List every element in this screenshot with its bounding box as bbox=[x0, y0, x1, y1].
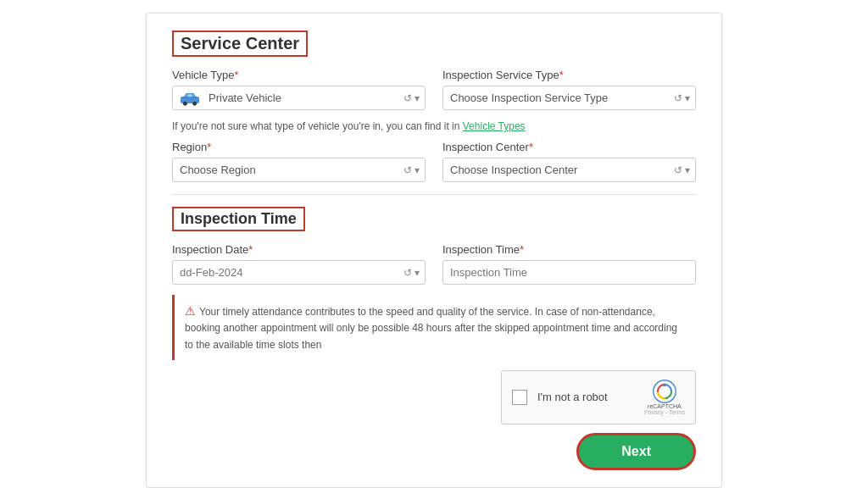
next-button[interactable]: Next bbox=[576, 433, 696, 470]
inspection-date-required-marker: * bbox=[248, 243, 253, 256]
vehicle-type-label: Vehicle Type* bbox=[172, 69, 426, 81]
region-select[interactable]: Choose Region bbox=[173, 158, 425, 181]
warning-text: Your timely attendance contributes to th… bbox=[185, 306, 677, 351]
date-time-row: Inspection Date* ↺ ▾ Inspection Time* bbox=[172, 243, 696, 285]
inspection-date-input-wrapper[interactable]: ↺ ▾ bbox=[172, 260, 426, 285]
inspection-time-section: Inspection Time Inspection Date* ↺ ▾ bbox=[172, 207, 696, 360]
captcha-row: I'm not a robot reCAPTCHA Privacy - Term… bbox=[172, 370, 696, 424]
inspection-time-required-marker: * bbox=[520, 243, 524, 256]
next-row: Next bbox=[172, 433, 696, 470]
warning-box: ⚠Your timely attendance contributes to t… bbox=[172, 295, 696, 360]
region-label: Region* bbox=[172, 141, 426, 153]
region-select-wrapper[interactable]: Choose Region ↺ ▾ bbox=[172, 158, 426, 182]
inspection-center-group: Inspection Center* Choose Inspection Cen… bbox=[442, 141, 696, 182]
vehicle-type-required-marker: * bbox=[234, 69, 238, 81]
captcha-logo: reCAPTCHA Privacy - Terms bbox=[644, 380, 685, 415]
inspection-service-type-label: Inspection Service Type* bbox=[442, 69, 696, 81]
section-divider bbox=[172, 194, 696, 195]
inspection-center-label: Inspection Center* bbox=[442, 141, 696, 153]
inspection-time-label: Inspection Time* bbox=[442, 243, 696, 256]
vehicle-type-group: Vehicle Type* bbox=[172, 69, 426, 110]
inspection-service-type-select[interactable]: Choose Inspection Service Type bbox=[443, 86, 695, 109]
service-center-section: Service Center Vehicle Type* bbox=[172, 30, 696, 182]
inspection-date-label: Inspection Date* bbox=[172, 243, 426, 256]
recaptcha-logo-icon bbox=[653, 380, 676, 403]
inspection-service-required-marker: * bbox=[559, 69, 564, 81]
svg-point-2 bbox=[193, 102, 197, 105]
inspection-center-required-marker: * bbox=[529, 141, 533, 153]
region-center-row: Region* Choose Region ↺ ▾ bbox=[172, 141, 696, 182]
vehicle-type-select[interactable]: Private Vehicle bbox=[202, 86, 425, 109]
inspection-date-input[interactable] bbox=[173, 261, 425, 284]
inspection-time-group: Inspection Time* bbox=[442, 243, 696, 285]
service-center-title: Service Center bbox=[172, 30, 308, 57]
vehicle-types-link[interactable]: Vehicle Types bbox=[463, 120, 526, 132]
recaptcha-text: reCAPTCHA bbox=[648, 403, 682, 409]
page-container: Service Center Vehicle Type* bbox=[0, 0, 868, 488]
vehicle-type-select-wrapper[interactable]: Private Vehicle ↺ ▾ bbox=[172, 86, 426, 110]
inspection-center-select[interactable]: Choose Inspection Center bbox=[443, 158, 695, 181]
car-icon bbox=[178, 91, 202, 106]
inspection-center-select-wrapper[interactable]: Choose Inspection Center ↺ ▾ bbox=[442, 158, 696, 182]
inspection-service-type-group: Inspection Service Type* Choose Inspecti… bbox=[442, 69, 696, 110]
form-card: Service Center Vehicle Type* bbox=[146, 13, 722, 488]
inspection-service-type-select-wrapper[interactable]: Choose Inspection Service Type ↺ ▾ bbox=[442, 86, 696, 110]
captcha-box[interactable]: I'm not a robot reCAPTCHA Privacy - Term… bbox=[501, 370, 696, 424]
captcha-label: I'm not a robot bbox=[537, 391, 634, 403]
captcha-checkbox[interactable] bbox=[512, 390, 527, 405]
warning-icon: ⚠ bbox=[185, 304, 196, 318]
region-group: Region* Choose Region ↺ ▾ bbox=[172, 141, 426, 182]
svg-point-1 bbox=[183, 102, 186, 105]
vehicle-type-info: If you're not sure what type of vehicle … bbox=[172, 120, 696, 132]
privacy-terms-text: Privacy - Terms bbox=[644, 409, 685, 415]
svg-rect-3 bbox=[187, 94, 192, 97]
region-required-marker: * bbox=[207, 141, 211, 153]
svg-rect-0 bbox=[181, 97, 199, 103]
vehicle-type-row: Vehicle Type* bbox=[172, 69, 696, 110]
inspection-time-input[interactable] bbox=[442, 260, 696, 285]
inspection-date-group: Inspection Date* ↺ ▾ bbox=[172, 243, 426, 285]
inspection-time-title: Inspection Time bbox=[172, 207, 305, 231]
